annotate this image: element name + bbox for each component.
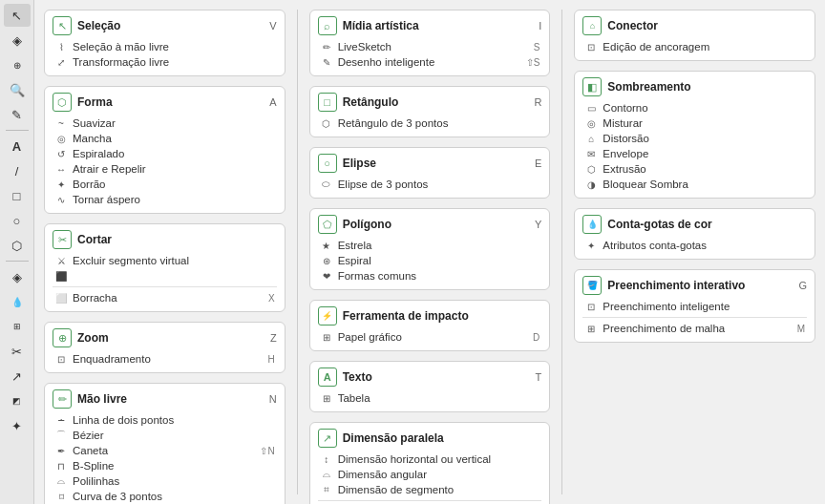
divider-2 bbox=[561, 10, 562, 494]
preenchimento-name: Preenchimento interativo bbox=[607, 279, 745, 292]
tool-excluir-seg[interactable]: ⬛ bbox=[53, 268, 277, 284]
tool-contorno[interactable]: ▭ Contorno bbox=[582, 100, 807, 116]
tool-preenchi-intel[interactable]: ⊡ Preenchimento inteligente bbox=[582, 299, 807, 314]
preenchi-intel-icon: ⊡ bbox=[584, 300, 598, 313]
toolbar-freehand[interactable]: ✎ bbox=[4, 103, 31, 126]
tool-curva-3pontos[interactable]: ⌑ Curva de 3 pontos bbox=[53, 489, 277, 504]
tool-livesketch[interactable]: ✏ LiveSketch S bbox=[318, 39, 542, 54]
group-poligono: ⬠ Polígono Y ★ Estrela ⊛ Espiral ❤ Forma… bbox=[309, 208, 551, 290]
texto-icon: A bbox=[318, 368, 337, 387]
tool-bspline[interactable]: ⊓ B-Spline bbox=[53, 458, 277, 473]
tool-polilinha[interactable]: ⌓ Polilinhas bbox=[53, 473, 277, 489]
group-cortar: ✂ Cortar ⚔ Excluir segmento virtual ⬛ ⬜ … bbox=[44, 223, 286, 312]
tool-suavizar[interactable]: ~ Suavizar bbox=[53, 116, 277, 131]
tool-misturar[interactable]: ◎ Misturar bbox=[582, 116, 807, 131]
toolbar-line[interactable]: / bbox=[4, 159, 31, 182]
papel-grafico-icon: ⊞ bbox=[320, 330, 333, 344]
toolbar-ellipse[interactable]: ○ bbox=[4, 209, 31, 232]
tool-dim-angular[interactable]: ⌓ Dimensão angular bbox=[318, 467, 542, 482]
group-poligono-header: ⬠ Polígono Y bbox=[318, 215, 542, 234]
group-midia-header: ⌕ Mídia artística I bbox=[318, 16, 542, 35]
selecao-icon: ↖ bbox=[53, 16, 72, 35]
tool-enquadramento[interactable]: ⊡ Enquadramento H bbox=[53, 351, 277, 367]
borracha-icon: ⬜ bbox=[54, 291, 68, 304]
group-cortar-header: ✂ Cortar bbox=[53, 230, 277, 249]
tool-bezier[interactable]: ⌒ Bézier bbox=[53, 428, 277, 443]
group-zoom: ⊕ Zoom Z ⊡ Enquadramento H bbox=[44, 322, 286, 373]
tool-preenchi-malha[interactable]: ⊞ Preenchimento de malha M bbox=[582, 321, 807, 336]
toolbar-fill[interactable]: ◈ bbox=[4, 265, 31, 288]
aspero-icon: ∿ bbox=[54, 193, 68, 206]
texto-name: Texto bbox=[343, 370, 372, 384]
tool-envelope[interactable]: ✉ Envelope bbox=[582, 146, 807, 161]
toolbar-pattern[interactable]: ⊞ bbox=[4, 315, 31, 338]
dimensao-name: Dimensão paralela bbox=[343, 431, 444, 445]
toolbar-polygon[interactable]: ⬡ bbox=[4, 234, 31, 257]
retangulo-3p-icon: ⬡ bbox=[320, 116, 333, 130]
espiralado-icon: ↺ bbox=[54, 147, 68, 160]
toolbar-eyedropper[interactable]: 💧 bbox=[4, 290, 31, 313]
caneta-icon: ✒ bbox=[54, 444, 68, 457]
tool-linha-2pontos[interactable]: ∸ Linha de dois pontos bbox=[53, 412, 277, 428]
dim-angular-icon: ⌓ bbox=[320, 468, 333, 481]
bspline-icon: ⊓ bbox=[54, 459, 68, 472]
extrusao-icon: ⬡ bbox=[584, 162, 598, 176]
tool-atributos-contagotas[interactable]: ✦ Atributos conta-gotas bbox=[582, 238, 807, 253]
tool-estrela[interactable]: ★ Estrela bbox=[318, 238, 542, 253]
tool-transform[interactable]: ⤢ Transformação livre bbox=[53, 54, 277, 70]
tool-borrao[interactable]: ✦ Borrão bbox=[53, 177, 277, 192]
bezier-icon: ⌒ bbox=[54, 429, 68, 442]
tool-tabela[interactable]: ⊞ Tabela bbox=[318, 390, 542, 406]
tool-retangulo-3p[interactable]: ⬡ Retângulo de 3 pontos bbox=[318, 116, 542, 131]
edicao-ancoragem-icon: ⊡ bbox=[584, 40, 598, 53]
desenho-intel-icon: ✎ bbox=[320, 55, 333, 69]
transform-icon: ⤢ bbox=[54, 55, 68, 69]
tool-espiralado[interactable]: ↺ Espiralado bbox=[53, 146, 277, 161]
tool-bloquear-sombra[interactable]: ◑ Bloquear Sombra bbox=[582, 177, 807, 192]
tool-elipse-3p[interactable]: ⬭ Elipse de 3 pontos bbox=[318, 177, 542, 192]
polilinha-icon: ⌓ bbox=[54, 474, 68, 488]
column-3: ⌂ Conector ⊡ Edição de ancoragem ◧ Sombr… bbox=[574, 10, 815, 494]
preenchi-malha-shortcut: M bbox=[797, 324, 805, 334]
toolbar-measure[interactable]: ↗ bbox=[4, 365, 31, 388]
tool-selecao-maol[interactable]: ⌇ Seleção à mão livre bbox=[53, 39, 277, 54]
toolbar-star[interactable]: ✦ bbox=[4, 414, 31, 437]
toolbar-select[interactable]: ↖ bbox=[4, 4, 31, 27]
toolbar-twirl[interactable]: ⊕ bbox=[4, 53, 31, 76]
toolbar-text[interactable]: A bbox=[4, 135, 31, 158]
tool-espiral[interactable]: ⊛ Espiral bbox=[318, 253, 542, 268]
toolbar-rect[interactable]: □ bbox=[4, 184, 31, 207]
toolbar-crop[interactable]: ✂ bbox=[4, 340, 31, 363]
tool-desenho-intel[interactable]: ✎ Desenho inteligente ⇧S bbox=[318, 54, 542, 70]
tool-caneta[interactable]: ✒ Caneta ⇧N bbox=[53, 443, 277, 458]
curva-3pontos-icon: ⌑ bbox=[54, 490, 68, 503]
tool-atrair[interactable]: ↔ Atrair e Repelir bbox=[53, 161, 277, 177]
retangulo-shortcut: R bbox=[534, 96, 541, 108]
tool-aspero[interactable]: ∿ Tornar áspero bbox=[53, 192, 277, 207]
sombreamento-name: Sombreamento bbox=[607, 80, 690, 94]
impacto-icon: ⚡ bbox=[318, 306, 337, 326]
poligono-name: Polígono bbox=[343, 218, 391, 231]
tool-dim-horiz[interactable]: ↕ Dimensão horizontal ou vertical bbox=[318, 452, 542, 467]
toolbar-node[interactable]: ◈ bbox=[4, 29, 31, 52]
tool-edicao-ancoragem[interactable]: ⊡ Edição de ancoragem bbox=[582, 39, 807, 54]
tool-extrusao[interactable]: ⬡ Extrusão bbox=[582, 161, 807, 177]
group-conector: ⌂ Conector ⊡ Edição de ancoragem bbox=[574, 10, 815, 61]
cortar-name: Cortar bbox=[77, 233, 112, 246]
tool-formas-comuns[interactable]: ❤ Formas comuns bbox=[318, 268, 542, 284]
tool-mancha[interactable]: ◎ Mancha bbox=[53, 131, 277, 146]
tool-dim-segmento[interactable]: ⌗ Dimensão de segmento bbox=[318, 482, 542, 497]
toolbar-zoom[interactable]: 🔍 bbox=[4, 78, 31, 101]
group-impacto: ⚡ Ferramenta de impacto ⊞ Papel gráfico … bbox=[309, 300, 551, 351]
group-retangulo: □ Retângulo R ⬡ Retângulo de 3 pontos bbox=[309, 86, 551, 137]
group-retangulo-header: □ Retângulo R bbox=[318, 93, 542, 112]
tool-papel-grafico[interactable]: ⊞ Papel gráfico D bbox=[318, 329, 542, 345]
tool-borracha[interactable]: ⬜ Borracha X bbox=[53, 290, 277, 305]
toolbar-misc[interactable]: ◩ bbox=[4, 389, 31, 412]
tool-distorsao[interactable]: ⌂ Distorsão bbox=[582, 131, 807, 146]
enquadramento-shortcut: H bbox=[267, 354, 274, 365]
midia-name: Mídia artística bbox=[343, 19, 419, 32]
tool-faca[interactable]: ⚔ Excluir segmento virtual bbox=[53, 253, 277, 268]
faca-icon: ⚔ bbox=[54, 254, 68, 267]
toolbar-sep1 bbox=[6, 130, 29, 131]
